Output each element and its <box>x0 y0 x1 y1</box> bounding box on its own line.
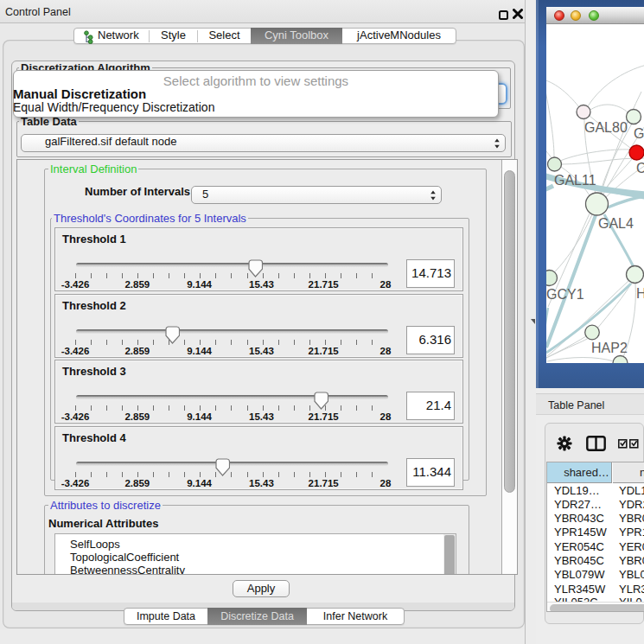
svg-text:GAL4: GAL4 <box>598 216 634 231</box>
svg-text:G.: G. <box>634 126 644 141</box>
svg-text:GAL11: GAL11 <box>554 173 596 188</box>
svg-text:H: H <box>636 286 644 301</box>
svg-text:GCY1: GCY1 <box>546 287 584 302</box>
svg-text:C: C <box>636 161 644 175</box>
svg-text:GAL80: GAL80 <box>584 120 628 135</box>
svg-text:HAP2: HAP2 <box>591 341 628 355</box>
